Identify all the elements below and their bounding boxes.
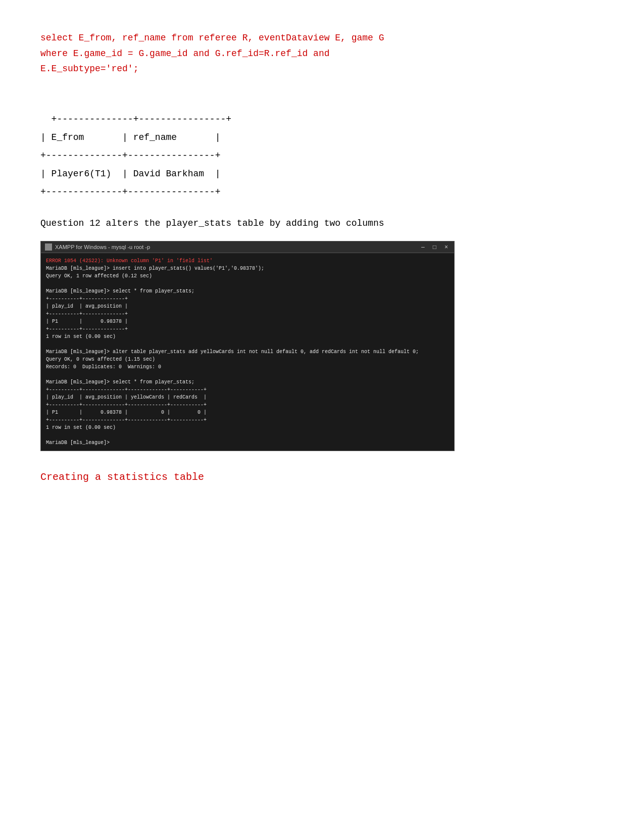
terminal-alter-line: MariaDB [mls_league]> alter table player…	[46, 349, 419, 355]
terminal-tablediv2-line: +----------+--------------+	[46, 311, 128, 317]
table-output: +--------------+----------------+ | E_fr…	[40, 92, 604, 201]
table-line-5: +--------------+----------------+	[40, 187, 220, 197]
maximize-button[interactable]: □	[431, 243, 438, 251]
terminal-tablehdr1-line: | play_id | avg_position |	[46, 304, 128, 309]
sql-query-text: select E_from, ref_name from referee R, …	[40, 30, 604, 77]
terminal-insert-line: MariaDB [mls_league]> insert into player…	[46, 266, 264, 271]
terminal-tablerow1-line: | P1 | 0.98378 |	[46, 319, 128, 324]
minimize-button[interactable]: –	[419, 243, 427, 251]
table-line-1: +--------------+----------------+	[52, 114, 231, 124]
section-heading: Creating a statistics table	[40, 471, 604, 483]
terminal-prompt-line: MariaDB [mls_league]>	[46, 440, 110, 446]
terminal-tablediv5-line: +----------+--------------+-------------…	[46, 402, 207, 408]
terminal-tablerow2-line: | P1 | 0.98378 | 0 | 0 |	[46, 410, 207, 415]
terminal-tablediv4-line: +----------+--------------+-------------…	[46, 387, 207, 393]
terminal-body: ERROR 1054 (42S22): Unknown column 'P1' …	[41, 253, 454, 451]
terminal-error-line: ERROR 1054 (42S22): Unknown column 'P1' …	[46, 258, 213, 264]
terminal-queryok1-line: Query OK, 1 row affected (0.12 sec)	[46, 273, 152, 279]
terminal-tablehdr2-line: | play_id | avg_position | yellowCards |…	[46, 395, 207, 400]
terminal-rowcount2-line: 1 row in set (0.00 sec)	[46, 425, 116, 430]
table-line-2: | E_from | ref_name |	[40, 132, 220, 142]
terminal-queryok2-line: Query OK, 0 rows affected (1.15 sec)	[46, 357, 155, 362]
terminal-tablediv3-line: +----------+--------------+	[46, 326, 128, 332]
terminal-tablediv6-line: +----------+--------------+-------------…	[46, 417, 207, 423]
terminal-select2-line: MariaDB [mls_league]> select * from play…	[46, 379, 194, 385]
terminal-tablediv1-line: +----------+--------------+	[46, 296, 128, 302]
terminal-title: XAMPP for Windows - mysql -u root -p	[55, 244, 150, 250]
terminal-select1-line: MariaDB [mls_league]> select * from play…	[46, 288, 194, 294]
titlebar-right: – □ ×	[419, 243, 450, 251]
description-text: Question 12 alters the player_stats tabl…	[40, 216, 604, 231]
terminal-records-line: Records: 0 Duplicates: 0 Warnings: 0	[46, 364, 161, 370]
terminal-app-icon	[45, 243, 52, 251]
close-button[interactable]: ×	[442, 243, 450, 251]
table-line-4: | Player6(T1) | David Barkham |	[40, 169, 220, 179]
titlebar-left: XAMPP for Windows - mysql -u root -p	[45, 243, 150, 251]
terminal-titlebar: XAMPP for Windows - mysql -u root -p – □…	[41, 241, 454, 253]
terminal-window: XAMPP for Windows - mysql -u root -p – □…	[40, 241, 455, 451]
terminal-rowcount1-line: 1 row in set (0.00 sec)	[46, 334, 116, 339]
table-line-3: +--------------+----------------+	[40, 151, 220, 161]
